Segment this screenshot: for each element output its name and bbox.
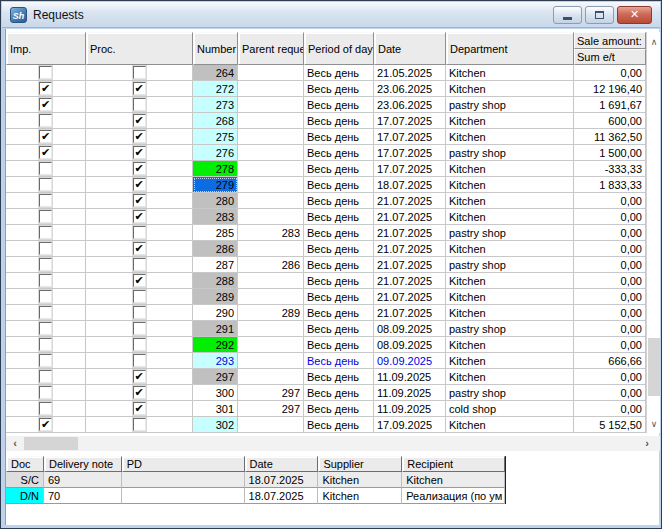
proc-cell[interactable]: ✔	[86, 177, 193, 193]
date-cell[interactable]: 09.09.2025	[374, 353, 446, 369]
proc-checkbox[interactable]: ✔	[133, 210, 146, 223]
department-cell[interactable]: pastry shop	[446, 97, 574, 113]
period-cell[interactable]: Весь день	[304, 257, 374, 273]
date-cell[interactable]: 17.09.2025	[374, 417, 446, 433]
parent-cell[interactable]	[238, 241, 304, 257]
number-cell[interactable]: 288	[193, 273, 238, 289]
parent-cell[interactable]: 283	[238, 225, 304, 241]
date-cell[interactable]: 21.07.2025	[374, 257, 446, 273]
department-cell[interactable]: Kitchen	[446, 273, 574, 289]
period-cell[interactable]: Весь день	[304, 353, 374, 369]
request-row[interactable]: ✔301297Весь день11.09.2025cold shop0,00	[6, 401, 660, 417]
period-cell[interactable]: Весь день	[304, 417, 374, 433]
request-row[interactable]: ✔✔276Весь день17.07.2025pastry shop1 500…	[6, 145, 660, 161]
proc-cell[interactable]: ✔	[86, 145, 193, 161]
sum-cell[interactable]: 666,66	[574, 353, 646, 369]
imp-cell[interactable]	[6, 321, 86, 337]
sum-cell[interactable]: 1 691,67	[574, 97, 646, 113]
supplier-column-header[interactable]: Supplier	[318, 456, 402, 472]
imp-cell[interactable]: ✔	[6, 129, 86, 145]
parent-cell[interactable]	[238, 353, 304, 369]
pd-cell[interactable]	[122, 472, 245, 488]
imp-checkbox[interactable]	[39, 258, 52, 271]
column-header-period[interactable]: Period of day	[304, 32, 374, 65]
period-cell[interactable]: Весь день	[304, 129, 374, 145]
date-cell[interactable]: 23.06.2025	[374, 97, 446, 113]
number-cell[interactable]: 280	[193, 193, 238, 209]
supplier-cell[interactable]: Kitchen	[318, 472, 402, 488]
imp-cell[interactable]	[6, 369, 86, 385]
request-row[interactable]: ✔✔272Весь день23.06.2025Kitchen12 196,40	[6, 81, 660, 97]
proc-cell[interactable]: ✔	[86, 401, 193, 417]
date-column-header[interactable]: Date	[245, 456, 319, 472]
date-cell[interactable]: 21.07.2025	[374, 225, 446, 241]
parent-cell[interactable]	[238, 369, 304, 385]
imp-cell[interactable]	[6, 161, 86, 177]
imp-checkbox[interactable]	[39, 66, 52, 79]
document-row[interactable]: S/C6918.07.2025KitchenKitchen	[6, 472, 505, 488]
imp-checkbox[interactable]: ✔	[39, 82, 52, 95]
department-cell[interactable]: pastry shop	[446, 257, 574, 273]
close-button[interactable]: ✕	[617, 6, 652, 24]
sum-cell[interactable]: -333,33	[574, 161, 646, 177]
proc-checkbox[interactable]: ✔	[133, 274, 146, 287]
number-cell[interactable]: 301	[193, 401, 238, 417]
period-cell[interactable]: Весь день	[304, 241, 374, 257]
proc-checkbox[interactable]: ✔	[133, 386, 146, 399]
request-row[interactable]: 293Весь день09.09.2025Kitchen666,66	[6, 353, 660, 369]
pd-column-header[interactable]: PD	[122, 456, 245, 472]
parent-cell[interactable]: 297	[238, 385, 304, 401]
date-cell[interactable]: 18.07.2025	[245, 472, 319, 488]
department-cell[interactable]: Kitchen	[446, 81, 574, 97]
horizontal-scrollbar[interactable]: ‹ ›	[6, 436, 660, 451]
number-cell[interactable]: 287	[193, 257, 238, 273]
period-cell[interactable]: Весь день	[304, 225, 374, 241]
period-cell[interactable]: Весь день	[304, 113, 374, 129]
number-cell[interactable]: 297	[193, 369, 238, 385]
date-cell[interactable]: 17.07.2025	[374, 161, 446, 177]
imp-cell[interactable]	[6, 241, 86, 257]
request-row[interactable]: ✔280Весь день21.07.2025Kitchen0,00	[6, 193, 660, 209]
department-cell[interactable]: Kitchen	[446, 65, 574, 81]
department-cell[interactable]: Kitchen	[446, 241, 574, 257]
period-cell[interactable]: Весь день	[304, 321, 374, 337]
imp-cell[interactable]: ✔	[6, 417, 86, 433]
column-header-date[interactable]: Date	[374, 32, 446, 65]
imp-checkbox[interactable]	[39, 370, 52, 383]
sum-cell[interactable]: 0,00	[574, 209, 646, 225]
titlebar[interactable]: Sh Requests ✕	[2, 2, 660, 28]
department-cell[interactable]: pastry shop	[446, 321, 574, 337]
supplier-cell[interactable]: Kitchen	[318, 488, 402, 504]
imp-checkbox[interactable]: ✔	[39, 130, 52, 143]
date-cell[interactable]: 18.07.2025	[245, 488, 319, 504]
proc-checkbox[interactable]	[133, 354, 146, 367]
request-row[interactable]: ✔297Весь день11.09.2025Kitchen0,00	[6, 369, 660, 385]
request-row[interactable]: ✔268Весь день17.07.2025Kitchen600,00	[6, 113, 660, 129]
proc-checkbox[interactable]	[133, 418, 146, 431]
department-cell[interactable]: Kitchen	[446, 417, 574, 433]
proc-checkbox[interactable]	[133, 226, 146, 239]
column-header-sale-amount[interactable]: Sale amount: Sum e/t	[574, 32, 646, 65]
recipient-cell[interactable]: Kitchen	[402, 472, 505, 488]
proc-cell[interactable]: ✔	[86, 273, 193, 289]
parent-cell[interactable]	[238, 289, 304, 305]
date-cell[interactable]: 21.07.2025	[374, 289, 446, 305]
period-cell[interactable]: Весь день	[304, 337, 374, 353]
sum-cell[interactable]: 5 152,50	[574, 417, 646, 433]
department-cell[interactable]: Kitchen	[446, 305, 574, 321]
number-cell[interactable]: 276	[193, 145, 238, 161]
proc-cell[interactable]	[86, 225, 193, 241]
sum-cell[interactable]: 600,00	[574, 113, 646, 129]
date-cell[interactable]: 17.07.2025	[374, 113, 446, 129]
number-cell[interactable]: 275	[193, 129, 238, 145]
proc-cell[interactable]: ✔	[86, 369, 193, 385]
proc-checkbox[interactable]: ✔	[133, 402, 146, 415]
number-cell[interactable]: 302	[193, 417, 238, 433]
vertical-scrollbar[interactable]: ∧ ∨	[646, 32, 660, 433]
period-cell[interactable]: Весь день	[304, 401, 374, 417]
period-cell[interactable]: Весь день	[304, 81, 374, 97]
imp-cell[interactable]: ✔	[6, 145, 86, 161]
imp-checkbox[interactable]	[39, 194, 52, 207]
period-cell[interactable]: Весь день	[304, 209, 374, 225]
department-cell[interactable]: Kitchen	[446, 369, 574, 385]
